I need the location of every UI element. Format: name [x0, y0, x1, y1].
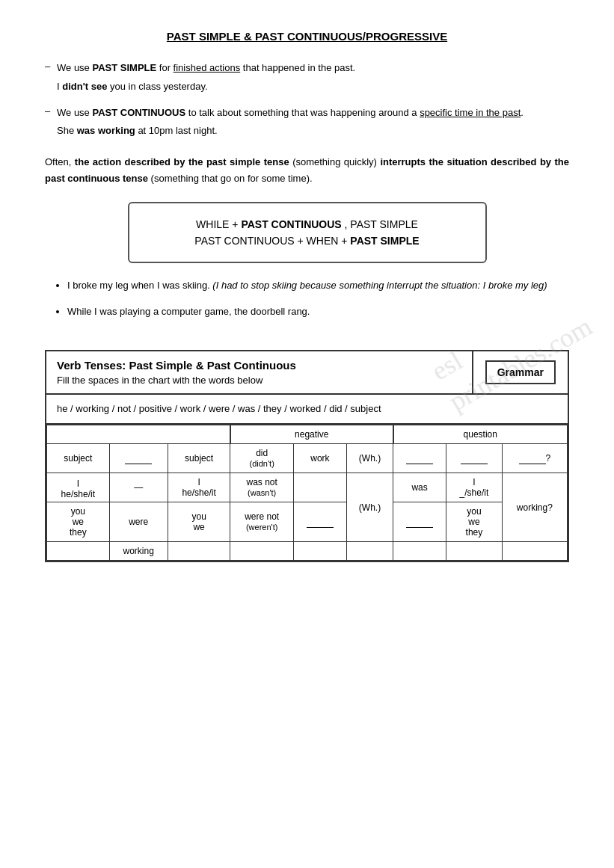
- blank-5: [307, 517, 334, 528]
- pc-row-3: working: [47, 542, 568, 561]
- rule-1-text: We use PAST SIMPLE for finished actions …: [57, 61, 569, 76]
- worksheet-title: Verb Tenses: Past Simple & Past Continuo…: [57, 359, 461, 372]
- blank-1: [125, 453, 152, 464]
- formula-line-2: PAST CONTINUOUS + WHEN + PAST SIMPLE: [152, 235, 463, 247]
- rule-2: We use PAST CONTINUOUS to talk about som…: [45, 105, 569, 140]
- interruption-paragraph: Often, the action described by the past …: [45, 154, 569, 187]
- blank-4: [519, 453, 546, 464]
- section-header-row: negative question: [47, 425, 568, 444]
- page-wrapper: PAST SIMPLE & PAST CONTINUOUS/PROGRESSIV…: [45, 30, 569, 562]
- pc-row-2: youwethey were youwe were not(weren't) y…: [47, 502, 568, 542]
- example-list: I broke my leg when I was skiing. (I had…: [67, 278, 569, 320]
- word-bank-text: he / working / not / positive / work / w…: [57, 403, 381, 414]
- formula-box: WHILE + PAST CONTINUOUS , PAST SIMPLE PA…: [128, 202, 487, 263]
- word-bank: he / working / not / positive / work / w…: [46, 395, 568, 425]
- rule-2-example: She was working at 10pm last night.: [57, 123, 569, 139]
- example-1: I broke my leg when I was skiing. (I had…: [67, 278, 569, 294]
- verb-tense-table: negative question subject subject did(di…: [46, 425, 568, 561]
- example-2: While I was playing a computer game, the…: [67, 304, 569, 320]
- rule-2-text: We use PAST CONTINUOUS to talk about som…: [57, 105, 569, 121]
- rule-1: We use PAST SIMPLE for finished actions …: [45, 61, 569, 95]
- worksheet-subtitle: Fill the spaces in the chart with the wo…: [57, 375, 461, 386]
- worksheet-header: Verb Tenses: Past Simple & Past Continuo…: [46, 351, 568, 395]
- worksheet-grammar-block: Grammar: [473, 351, 568, 393]
- rule-1-example: I didn't see you in class yesterday.: [57, 79, 569, 95]
- worksheet-title-block: Verb Tenses: Past Simple & Past Continuo…: [46, 351, 473, 393]
- blank-3: [461, 453, 488, 464]
- worksheet: Verb Tenses: Past Simple & Past Continuo…: [45, 350, 569, 562]
- page-title: PAST SIMPLE & PAST CONTINUOUS/PROGRESSIV…: [45, 30, 569, 43]
- past-simple-row: subject subject did(didn't) work (Wh.) ?: [47, 444, 568, 473]
- blank-2: [406, 453, 433, 464]
- blank-6: [406, 517, 433, 528]
- pc-row-1: Ihe/she/it — Ihe/she/it was not(wasn't) …: [47, 473, 568, 502]
- grammar-label: Grammar: [485, 360, 556, 384]
- formula-line-1: WHILE + PAST CONTINUOUS , PAST SIMPLE: [152, 218, 463, 230]
